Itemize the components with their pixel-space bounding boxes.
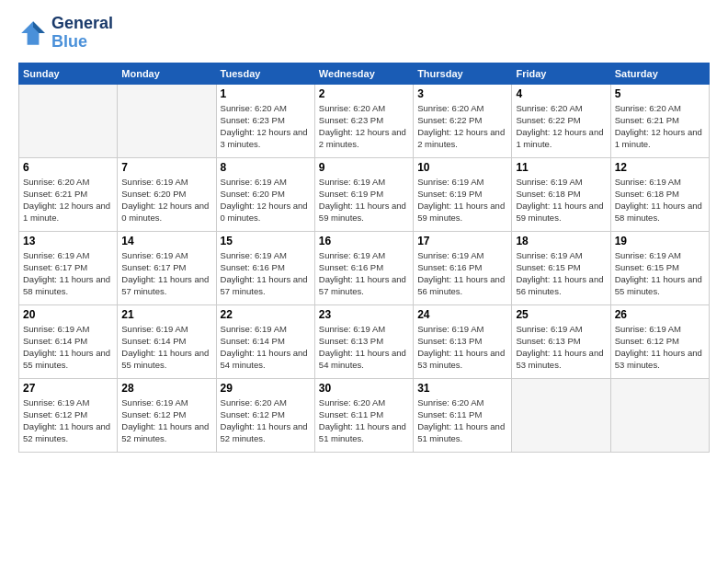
- day-number: 26: [615, 308, 705, 321]
- day-number: 12: [615, 161, 705, 174]
- day-number: 21: [121, 308, 211, 321]
- day-info: Sunrise: 6:20 AM Sunset: 6:12 PM Dayligh…: [221, 396, 311, 445]
- day-number: 8: [221, 161, 311, 174]
- day-info: Sunrise: 6:20 AM Sunset: 6:23 PM Dayligh…: [221, 102, 311, 151]
- day-info: Sunrise: 6:19 AM Sunset: 6:15 PM Dayligh…: [516, 249, 606, 298]
- day-number: 23: [319, 308, 409, 321]
- day-info: Sunrise: 6:19 AM Sunset: 6:19 PM Dayligh…: [319, 176, 409, 224]
- logo-text: General Blue: [51, 15, 113, 52]
- day-info: Sunrise: 6:19 AM Sunset: 6:18 PM Dayligh…: [516, 176, 606, 224]
- day-info: Sunrise: 6:19 AM Sunset: 6:15 PM Dayligh…: [615, 249, 705, 298]
- day-number: 16: [319, 235, 409, 247]
- calendar-cell: 8Sunrise: 6:19 AM Sunset: 6:20 PM Daylig…: [216, 157, 314, 231]
- day-number: 1: [221, 87, 311, 100]
- day-number: 6: [23, 161, 113, 174]
- calendar-cell: 28Sunrise: 6:19 AM Sunset: 6:12 PM Dayli…: [118, 378, 216, 452]
- calendar-cell: 25Sunrise: 6:19 AM Sunset: 6:13 PM Dayli…: [512, 304, 610, 378]
- day-number: 7: [121, 161, 211, 174]
- day-info: Sunrise: 6:20 AM Sunset: 6:22 PM Dayligh…: [516, 102, 606, 151]
- day-info: Sunrise: 6:20 AM Sunset: 6:21 PM Dayligh…: [615, 102, 705, 151]
- day-info: Sunrise: 6:19 AM Sunset: 6:14 PM Dayligh…: [121, 323, 211, 372]
- day-number: 18: [516, 235, 606, 247]
- day-info: Sunrise: 6:19 AM Sunset: 6:13 PM Dayligh…: [516, 323, 606, 372]
- calendar-cell: 3Sunrise: 6:20 AM Sunset: 6:22 PM Daylig…: [414, 84, 512, 157]
- calendar-cell: 18Sunrise: 6:19 AM Sunset: 6:15 PM Dayli…: [512, 231, 610, 304]
- calendar-cell: 29Sunrise: 6:20 AM Sunset: 6:12 PM Dayli…: [216, 378, 314, 452]
- day-number: 20: [23, 308, 113, 321]
- day-info: Sunrise: 6:19 AM Sunset: 6:16 PM Dayligh…: [221, 249, 311, 298]
- day-number: 9: [319, 161, 409, 174]
- day-number: 11: [516, 161, 606, 174]
- day-header-sunday: Sunday: [19, 63, 118, 84]
- calendar-week-3: 13Sunrise: 6:19 AM Sunset: 6:17 PM Dayli…: [19, 231, 710, 304]
- calendar-cell: [118, 84, 216, 157]
- day-number: 17: [417, 235, 507, 247]
- day-header-thursday: Thursday: [414, 63, 512, 84]
- day-number: 28: [121, 382, 211, 395]
- day-info: Sunrise: 6:20 AM Sunset: 6:23 PM Dayligh…: [319, 102, 409, 151]
- calendar-week-4: 20Sunrise: 6:19 AM Sunset: 6:14 PM Dayli…: [19, 304, 710, 378]
- calendar-cell: 12Sunrise: 6:19 AM Sunset: 6:18 PM Dayli…: [610, 157, 709, 231]
- day-info: Sunrise: 6:19 AM Sunset: 6:12 PM Dayligh…: [615, 323, 705, 372]
- day-info: Sunrise: 6:19 AM Sunset: 6:13 PM Dayligh…: [319, 323, 409, 372]
- page: General Blue SundayMondayTuesdayWednesda…: [0, 0, 728, 563]
- day-info: Sunrise: 6:20 AM Sunset: 6:21 PM Dayligh…: [23, 176, 113, 224]
- day-info: Sunrise: 6:20 AM Sunset: 6:11 PM Dayligh…: [319, 396, 409, 445]
- day-info: Sunrise: 6:19 AM Sunset: 6:16 PM Dayligh…: [319, 249, 409, 298]
- calendar-cell: 16Sunrise: 6:19 AM Sunset: 6:16 PM Dayli…: [314, 231, 413, 304]
- calendar-week-1: 1Sunrise: 6:20 AM Sunset: 6:23 PM Daylig…: [19, 84, 710, 157]
- calendar-cell: 7Sunrise: 6:19 AM Sunset: 6:20 PM Daylig…: [118, 157, 216, 231]
- calendar-cell: [610, 378, 709, 452]
- calendar-cell: 9Sunrise: 6:19 AM Sunset: 6:19 PM Daylig…: [314, 157, 413, 231]
- calendar-cell: 31Sunrise: 6:20 AM Sunset: 6:11 PM Dayli…: [414, 378, 512, 452]
- day-header-tuesday: Tuesday: [216, 63, 314, 84]
- calendar-cell: 13Sunrise: 6:19 AM Sunset: 6:17 PM Dayli…: [19, 231, 118, 304]
- day-number: 25: [516, 308, 606, 321]
- day-info: Sunrise: 6:19 AM Sunset: 6:13 PM Dayligh…: [417, 323, 507, 372]
- day-number: 4: [516, 87, 606, 100]
- day-number: 14: [121, 235, 211, 247]
- calendar-cell: 22Sunrise: 6:19 AM Sunset: 6:14 PM Dayli…: [216, 304, 314, 378]
- logo: General Blue: [18, 15, 113, 52]
- day-header-monday: Monday: [118, 63, 216, 84]
- calendar-cell: 10Sunrise: 6:19 AM Sunset: 6:19 PM Dayli…: [414, 157, 512, 231]
- day-info: Sunrise: 6:19 AM Sunset: 6:18 PM Dayligh…: [615, 176, 705, 224]
- calendar-cell: 20Sunrise: 6:19 AM Sunset: 6:14 PM Dayli…: [19, 304, 118, 378]
- day-number: 30: [319, 382, 409, 395]
- day-info: Sunrise: 6:19 AM Sunset: 6:19 PM Dayligh…: [417, 176, 507, 224]
- day-number: 31: [417, 382, 507, 395]
- day-number: 19: [615, 235, 705, 247]
- calendar-cell: 24Sunrise: 6:19 AM Sunset: 6:13 PM Dayli…: [414, 304, 512, 378]
- day-info: Sunrise: 6:20 AM Sunset: 6:11 PM Dayligh…: [417, 396, 507, 445]
- day-number: 5: [615, 87, 705, 100]
- day-number: 2: [319, 87, 409, 100]
- day-info: Sunrise: 6:19 AM Sunset: 6:17 PM Dayligh…: [121, 249, 211, 298]
- calendar-cell: 2Sunrise: 6:20 AM Sunset: 6:23 PM Daylig…: [314, 84, 413, 157]
- day-number: 24: [417, 308, 507, 321]
- day-number: 13: [23, 235, 113, 247]
- day-number: 15: [221, 235, 311, 247]
- calendar-cell: 14Sunrise: 6:19 AM Sunset: 6:17 PM Dayli…: [118, 231, 216, 304]
- calendar-cell: 11Sunrise: 6:19 AM Sunset: 6:18 PM Dayli…: [512, 157, 610, 231]
- day-number: 27: [23, 382, 113, 395]
- logo-icon: [18, 18, 48, 48]
- calendar-cell: 21Sunrise: 6:19 AM Sunset: 6:14 PM Dayli…: [118, 304, 216, 378]
- day-info: Sunrise: 6:19 AM Sunset: 6:12 PM Dayligh…: [121, 396, 211, 445]
- calendar-cell: 26Sunrise: 6:19 AM Sunset: 6:12 PM Dayli…: [610, 304, 709, 378]
- calendar-cell: 23Sunrise: 6:19 AM Sunset: 6:13 PM Dayli…: [314, 304, 413, 378]
- calendar-header-row: SundayMondayTuesdayWednesdayThursdayFrid…: [19, 63, 710, 84]
- calendar: SundayMondayTuesdayWednesdayThursdayFrid…: [18, 63, 710, 453]
- day-number: 10: [417, 161, 507, 174]
- day-header-friday: Friday: [512, 63, 610, 84]
- calendar-cell: 15Sunrise: 6:19 AM Sunset: 6:16 PM Dayli…: [216, 231, 314, 304]
- header: General Blue: [18, 15, 710, 52]
- calendar-cell: 5Sunrise: 6:20 AM Sunset: 6:21 PM Daylig…: [610, 84, 709, 157]
- day-info: Sunrise: 6:20 AM Sunset: 6:22 PM Dayligh…: [417, 102, 507, 151]
- day-info: Sunrise: 6:19 AM Sunset: 6:12 PM Dayligh…: [23, 396, 113, 445]
- calendar-cell: 4Sunrise: 6:20 AM Sunset: 6:22 PM Daylig…: [512, 84, 610, 157]
- calendar-week-5: 27Sunrise: 6:19 AM Sunset: 6:12 PM Dayli…: [19, 378, 710, 452]
- day-info: Sunrise: 6:19 AM Sunset: 6:14 PM Dayligh…: [221, 323, 311, 372]
- day-number: 29: [221, 382, 311, 395]
- calendar-cell: 19Sunrise: 6:19 AM Sunset: 6:15 PM Dayli…: [610, 231, 709, 304]
- calendar-cell: 6Sunrise: 6:20 AM Sunset: 6:21 PM Daylig…: [19, 157, 118, 231]
